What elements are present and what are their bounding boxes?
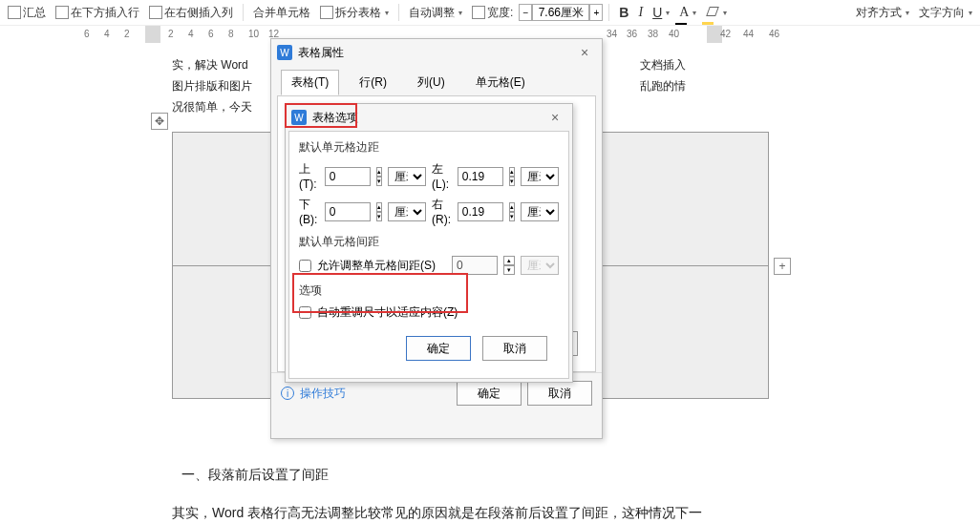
unit-right[interactable]: 厘米 [521, 202, 559, 221]
separator [608, 4, 609, 21]
insert-row-icon [55, 6, 69, 19]
spacing-input [452, 256, 498, 275]
dialog-titlebar[interactable]: W 表格属性 × [271, 39, 602, 66]
unit-spacing: 厘米 [521, 256, 559, 275]
tab-cell[interactable]: 单元格(E) [465, 70, 536, 95]
spinner[interactable]: ▴▾ [509, 167, 515, 186]
app-logo-icon: W [277, 45, 292, 60]
close-icon[interactable]: × [573, 45, 596, 60]
auto-adjust-button[interactable]: 自动调整▾ [405, 3, 466, 23]
spinner[interactable]: ▴▾ [376, 202, 382, 221]
unit-left[interactable]: 厘米 [521, 167, 559, 186]
italic-button[interactable]: I [634, 3, 647, 22]
doc-text: 文档插入 [640, 53, 686, 75]
ruler-margin-left [145, 26, 160, 43]
width-stepper[interactable]: − + [519, 4, 603, 21]
margin-bottom-input[interactable] [325, 202, 371, 221]
label-top: 上(T): [299, 161, 319, 191]
separator [243, 4, 244, 21]
highlight-icon [706, 6, 719, 19]
width-label: 宽度: [468, 3, 517, 23]
width-decrement[interactable]: − [519, 4, 532, 21]
split-table-button[interactable]: 拆分表格▾ [316, 3, 393, 23]
caret-icon: ▾ [458, 9, 462, 17]
section-label-margins: 默认单元格边距 [299, 139, 559, 156]
caret-icon: ▾ [385, 9, 389, 17]
spinner[interactable]: ▴▾ [376, 167, 382, 186]
auto-resize-checkbox[interactable] [299, 306, 311, 319]
width-increment[interactable]: + [589, 4, 603, 21]
width-icon [472, 6, 485, 19]
highlight-button[interactable]: ▾ [702, 4, 731, 21]
info-icon: i [281, 387, 294, 400]
allow-spacing-label: 允许调整单元格间距(S) [317, 258, 436, 274]
tips-link[interactable]: 操作技巧 [300, 386, 346, 402]
auto-resize-label: 自动重调尺寸以适应内容(Z) [317, 304, 458, 321]
dialog-tabs: 表格(T) 行(R) 列(U) 单元格(E) [271, 66, 602, 95]
section-label-spacing: 默认单元格间距 [299, 234, 559, 250]
close-icon[interactable]: × [543, 110, 566, 125]
margin-top-input[interactable] [325, 167, 371, 186]
doc-text: 况很简单，今天 [172, 95, 252, 117]
tab-table[interactable]: 表格(T) [281, 70, 339, 95]
doc-paragraph: 其实，Word 表格行高无法调整比较常见的原因就是在段落前后设置了间距，这种情况… [172, 502, 764, 523]
underline-button[interactable]: U▾ [649, 3, 673, 22]
dialog-title: 表格选项 [312, 110, 358, 126]
doc-text: 实，解决 Word [172, 53, 248, 75]
bold-button[interactable]: B [615, 3, 632, 22]
cancel-button[interactable]: 取消 [482, 336, 547, 361]
insert-col-icon [149, 6, 162, 19]
tab-column[interactable]: 列(U) [407, 70, 456, 95]
width-input[interactable] [532, 4, 589, 21]
summary-icon [8, 6, 21, 19]
font-color-button[interactable]: A▾ [675, 3, 700, 22]
insert-col-right-button[interactable]: 在右侧插入列 [145, 3, 237, 23]
ok-button[interactable]: 确定 [457, 381, 522, 406]
ribbon-toolbar: 汇总 在下方插入行 在右侧插入列 合并单元格 拆分表格▾ 自动调整▾ 宽度: −… [0, 0, 980, 25]
cancel-button[interactable]: 取消 [527, 381, 592, 406]
dialog-title: 表格属性 [298, 45, 344, 61]
alignment-button[interactable]: 对齐方式▾ [852, 3, 913, 23]
app-logo-icon: W [291, 110, 307, 125]
separator [398, 4, 399, 21]
ok-button[interactable]: 确定 [406, 336, 471, 361]
merge-cells-button[interactable]: 合并单元格 [249, 3, 314, 23]
insert-row-below-button[interactable]: 在下方插入行 [52, 3, 143, 23]
spinner[interactable]: ▴▾ [509, 202, 515, 221]
label-left: 左(L): [432, 161, 452, 191]
unit-bottom[interactable]: 厘米 [388, 202, 426, 221]
text-direction-button[interactable]: 文字方向▾ [915, 3, 976, 23]
tab-row[interactable]: 行(R) [349, 70, 397, 95]
doc-text: 乱跑的情 [640, 74, 686, 96]
unit-top[interactable]: 厘米 [388, 167, 426, 186]
summary-button[interactable]: 汇总 [4, 3, 50, 23]
table-move-handle[interactable]: ✥ [151, 113, 168, 130]
section-label-options: 选项 [299, 282, 559, 299]
doc-text: 图片排版和图片 [172, 74, 252, 96]
doc-heading: 一、段落前后设置了间距 [181, 464, 329, 485]
label-right: 右(R): [432, 197, 452, 226]
table-options-dialog: W 表格选项 × 默认单元格边距 上(T): ▴▾ 厘米 左(L): ▴▾ 厘米… [285, 103, 573, 383]
allow-spacing-checkbox[interactable] [299, 260, 311, 272]
label-bottom: 下(B): [299, 197, 319, 226]
margin-left-input[interactable] [458, 167, 503, 186]
margin-right-input[interactable] [458, 202, 503, 221]
table-add-col-button[interactable]: + [774, 258, 791, 275]
spinner: ▴▾ [503, 256, 515, 275]
split-icon [320, 6, 333, 19]
dialog-titlebar[interactable]: W 表格选项 × [286, 104, 572, 131]
